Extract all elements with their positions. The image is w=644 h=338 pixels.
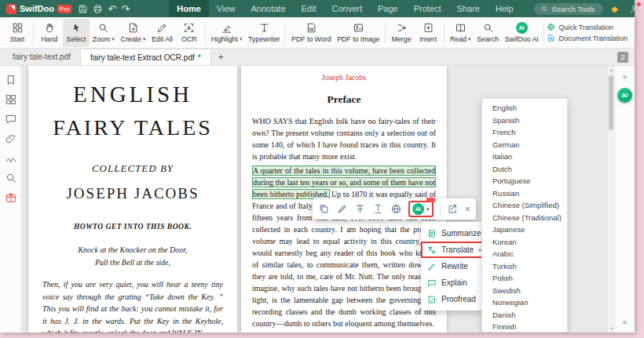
language-option-dutch[interactable]: Dutch xyxy=(482,163,567,176)
ai-popup-button[interactable]: AI ▾ xyxy=(408,201,434,217)
page-1[interactable]: ENGLISH FAIRY TALES COLLECTED BY JOSEPH … xyxy=(28,66,237,333)
underline-icon[interactable] xyxy=(372,203,384,215)
tab-fairy-tale-text[interactable]: fairy tale-text.pdf xyxy=(3,49,80,65)
collapse-panel-icon[interactable]: » xyxy=(623,72,628,81)
create-icon xyxy=(127,22,139,34)
language-option-chinese-simplified[interactable]: Chinese (Simplified) xyxy=(482,199,567,212)
menu-help[interactable]: Help xyxy=(488,0,521,17)
language-option-korean[interactable]: Korean xyxy=(482,236,567,249)
language-option-french[interactable]: French xyxy=(482,126,567,139)
search-button[interactable]: Search xyxy=(474,19,502,47)
thumbnails-icon[interactable] xyxy=(5,93,17,106)
annotations-icon[interactable] xyxy=(5,113,17,125)
search-pages-icon[interactable] xyxy=(5,172,17,184)
menu-protect[interactable]: Protect xyxy=(406,0,449,17)
ai-icon: AI xyxy=(412,203,424,215)
highlight-button[interactable]: Highlight▾ xyxy=(208,19,245,47)
print-icon[interactable] xyxy=(93,2,103,16)
user-icon[interactable] xyxy=(628,2,642,16)
strikethrough-icon[interactable] xyxy=(354,203,366,215)
ai-menu-summarize[interactable]: Summarize xyxy=(421,225,488,242)
menu-share[interactable]: Share xyxy=(449,0,488,17)
undo-icon[interactable]: ↶ xyxy=(108,2,116,16)
scrollbar-thumb[interactable] xyxy=(609,75,613,130)
menu-edit[interactable]: Edit xyxy=(294,0,324,17)
zoom-icon xyxy=(97,22,109,34)
verse-line-1: Knock at the Knocker on the Door, xyxy=(28,245,237,254)
caret-down-icon: ▾ xyxy=(112,36,115,42)
close-icon[interactable]: × xyxy=(465,204,471,214)
select-button[interactable]: Select xyxy=(63,19,90,47)
create-button[interactable]: Create▾ xyxy=(118,19,149,47)
pdf-to-image-button[interactable]: PDF to Image xyxy=(334,19,382,47)
ocr-button[interactable]: OCR xyxy=(176,19,203,47)
export-icon[interactable] xyxy=(447,203,459,215)
document-translation-button[interactable]: Document Translation xyxy=(547,34,628,42)
language-option-arabic[interactable]: Arabic xyxy=(482,248,567,260)
zoom-button[interactable]: Zoom▾ xyxy=(90,19,118,47)
menu-view[interactable]: View xyxy=(209,0,243,17)
tab-counter-badge[interactable]: 2 xyxy=(617,52,628,63)
modified-marker: * xyxy=(198,53,201,62)
ai-assistant-fab[interactable]: AI xyxy=(617,88,632,103)
merge-button[interactable]: Merge xyxy=(388,19,415,47)
language-option-italian[interactable]: Italian xyxy=(482,151,567,163)
pdf-to-word-button[interactable]: PDF to Word xyxy=(288,19,334,47)
start-button[interactable]: Start xyxy=(4,19,31,47)
quick-translation-button[interactable]: Quick Translation xyxy=(547,23,628,31)
ocr-icon xyxy=(183,22,195,34)
hand-button[interactable]: Hand xyxy=(36,19,63,47)
language-option-swedish[interactable]: Swedish xyxy=(482,285,567,297)
signature-icon[interactable] xyxy=(5,152,17,165)
search-icon xyxy=(541,5,548,13)
edit-all-icon xyxy=(156,22,168,34)
language-option-danish[interactable]: Danish xyxy=(482,309,567,322)
ai-menu-explain[interactable]: Explain xyxy=(421,274,488,291)
typewriter-button[interactable]: Typewriter xyxy=(245,19,283,47)
menu-annotate[interactable]: Annotate xyxy=(243,0,293,17)
tab-fairy-tale-extract-ocr[interactable]: fairy tale-text Extract OCR.pdf * xyxy=(80,49,211,65)
menu-page[interactable]: Page xyxy=(370,0,406,17)
language-option-german[interactable]: German xyxy=(482,139,567,151)
copy-icon[interactable] xyxy=(318,203,330,215)
save-icon[interactable] xyxy=(78,2,88,16)
document-translation-icon xyxy=(547,34,555,42)
toolbar-separator xyxy=(33,23,34,43)
language-option-japanese[interactable]: Japanese xyxy=(482,224,567,236)
rewrite-icon xyxy=(427,262,437,271)
search-tools-input[interactable]: Search Tools xyxy=(534,3,603,15)
document-canvas: ENGLISH FAIRY TALES COLLECTED BY JOSEPH … xyxy=(0,66,635,333)
attachment-icon[interactable] xyxy=(5,133,17,145)
language-option-finnish[interactable]: Finnish xyxy=(482,321,567,333)
menu-convert[interactable]: Convert xyxy=(324,0,371,17)
edit-pen-icon[interactable] xyxy=(336,203,348,215)
author-name: JOSEPH JACOBS xyxy=(28,185,237,202)
search-icon xyxy=(482,22,494,34)
language-option-norwegian[interactable]: Norwegian xyxy=(482,296,567,309)
bookmark-icon[interactable] xyxy=(5,74,17,86)
read-button[interactable]: Read▾ xyxy=(447,19,474,47)
swifdoo-ai-button[interactable]: AI SwifDoo AI xyxy=(502,19,542,47)
edit-all-button[interactable]: Edit All xyxy=(148,19,176,47)
language-option-chinese-traditional[interactable]: Chinese (Traditional) xyxy=(482,212,567,224)
gift-icon[interactable] xyxy=(5,191,17,204)
language-option-portuguese[interactable]: Portuguese xyxy=(482,175,567,187)
expand-panel-icon[interactable]: « xyxy=(623,318,628,326)
language-option-polish[interactable]: Polish xyxy=(482,272,567,285)
hot-badge xyxy=(426,198,435,202)
language-option-russian[interactable]: Russian xyxy=(482,187,567,200)
redo-icon[interactable]: ↷ xyxy=(121,2,130,16)
menu-home[interactable]: Home xyxy=(169,0,209,17)
ai-menu-translate[interactable]: Translate ▸ xyxy=(421,242,488,258)
translate-globe-icon[interactable] xyxy=(390,203,402,215)
language-option-english[interactable]: English xyxy=(482,102,567,114)
new-tab-button[interactable]: + xyxy=(211,52,231,63)
language-option-spanish[interactable]: Spanish xyxy=(482,114,567,127)
notification-dot xyxy=(637,2,641,6)
vertical-scrollbar[interactable]: ▲ ▼ xyxy=(607,66,614,333)
insert-button[interactable]: Insert xyxy=(415,19,441,47)
language-option-turkish[interactable]: Turkish xyxy=(482,260,567,273)
premium-icon[interactable]: ◆ xyxy=(608,2,622,16)
ai-menu-rewrite[interactable]: Rewrite xyxy=(421,258,488,274)
ai-menu-proofread[interactable]: Proofread xyxy=(421,291,488,307)
